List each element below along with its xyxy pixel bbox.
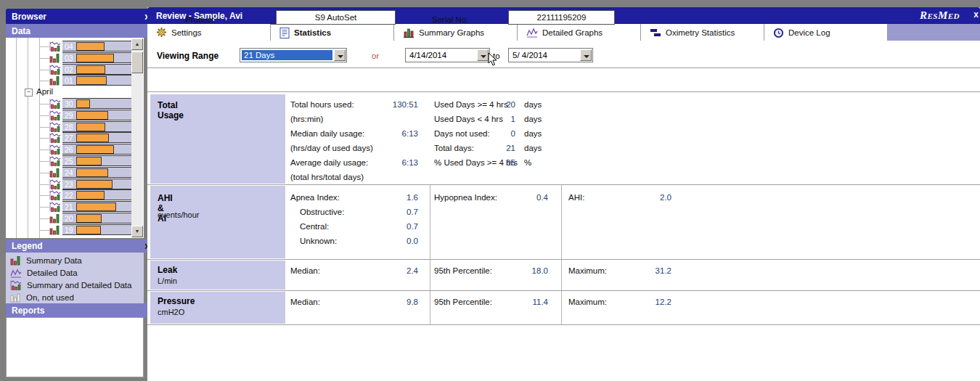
section-unit: events/hour <box>158 210 199 219</box>
tree-node-april[interactable]: −April <box>6 86 144 98</box>
tree-item-day-01[interactable]: 01 <box>6 75 144 86</box>
clock-icon <box>773 27 784 38</box>
section-name: Pressure <box>158 296 195 306</box>
stat-value: 9.8 <box>367 298 418 306</box>
stat-value: 1 <box>465 115 515 123</box>
usage-bar <box>76 226 101 234</box>
tree-item-label: 20 <box>65 214 73 223</box>
stat-value: 12.2 <box>621 298 671 306</box>
tab-detailed-graphs[interactable]: Detailed Graphs <box>518 24 641 41</box>
tree-item-day-03[interactable]: 03 <box>6 52 144 64</box>
tree-item-label: 23 <box>65 180 73 189</box>
legend-item-on-not-used: On, not used <box>10 292 74 303</box>
data-section-header[interactable]: Data <box>6 24 155 38</box>
tree-item-day-02[interactable]: 02 <box>6 64 144 75</box>
tree-item-label: 01 <box>65 76 73 85</box>
left-dock: Browser x Data 04030201−April30292827262… <box>6 9 144 377</box>
serial-field: 22111195209 <box>508 10 615 25</box>
product-label: Product <box>185 15 214 24</box>
tab-label: Detailed Graphs <box>542 28 603 37</box>
tree-connector <box>39 81 49 81</box>
stat-value: 0 <box>465 129 515 138</box>
row-separator <box>147 184 980 185</box>
summary-detailed-icon <box>49 41 62 52</box>
date-to-select[interactable]: 5/ 4/2014 <box>508 48 593 62</box>
stat-value: 0.0 <box>367 237 418 245</box>
tree-collapse-icon[interactable]: − <box>25 89 33 97</box>
bar-chart-icon <box>403 28 415 38</box>
summary-icon <box>49 225 62 235</box>
date-to-value: 5/ 4/2014 <box>510 50 579 60</box>
summary-icon <box>49 168 62 178</box>
summary-icon <box>10 255 21 266</box>
tree-item-label: 25 <box>65 157 73 165</box>
tree-scrollbar[interactable]: ▲▼ <box>131 38 143 237</box>
column-divider <box>561 291 562 324</box>
data-tree[interactable]: 04030201−April302928272625242322212019▲▼ <box>6 38 144 238</box>
tree-connector <box>39 138 49 139</box>
summary-detailed-icon <box>10 280 22 290</box>
tab-summary-graphs[interactable]: Summary Graphs <box>394 24 518 41</box>
screen: Browser x Data 04030201−April30292827262… <box>0 0 980 381</box>
viewing-range-select[interactable]: 21 Days <box>240 48 347 62</box>
tree-item-label: 24 <box>65 168 73 177</box>
reports-section-header[interactable]: Reports <box>6 303 155 317</box>
legend-item-summary-data: Summary Data <box>10 255 82 266</box>
stat-value: 0.7 <box>367 208 418 216</box>
date-from-dropdown-button[interactable] <box>477 49 489 61</box>
date-to-dropdown-button[interactable] <box>580 49 592 61</box>
tree-item-day-25[interactable]: 25 <box>6 155 144 167</box>
tree-item-day-26[interactable]: 26 <box>6 144 144 155</box>
column-divider <box>430 185 430 259</box>
summary-detailed-icon <box>49 190 62 200</box>
scroll-down-button[interactable]: ▼ <box>131 226 143 237</box>
line-chart-icon <box>526 28 538 38</box>
tree-item-day-24[interactable]: 24 <box>6 167 144 179</box>
scroll-thumb[interactable] <box>131 52 143 73</box>
stat-value: 0.7 <box>367 222 418 231</box>
tree-item-day-30[interactable]: 30 <box>6 98 144 110</box>
tree-item-label: 03 <box>65 54 73 62</box>
tab-device-log[interactable]: Device Log <box>764 24 888 41</box>
tree-item-day-19[interactable]: 19 <box>6 224 144 236</box>
tree-connector <box>39 161 49 162</box>
tree-item-label: 22 <box>65 191 73 200</box>
date-from-select[interactable]: 4/14/2014 <box>405 48 490 62</box>
tree-item-day-20[interactable]: 20 <box>6 213 144 224</box>
tree-item-day-27[interactable]: 27 <box>6 132 144 144</box>
browser-panel-titlebar[interactable]: Browser x <box>6 9 155 24</box>
summary-detailed-icon <box>49 202 62 212</box>
stats-doc-icon <box>279 28 290 38</box>
stat-value: 6:13 <box>367 129 418 138</box>
tree-item-label: 29 <box>65 111 73 120</box>
legend-body: Summary DataDetailed DataSummary and Det… <box>6 253 144 303</box>
tree-item-day-04[interactable]: 04 <box>6 41 144 52</box>
tree-item-day-22[interactable]: 22 <box>6 189 144 201</box>
unused-icon <box>10 292 21 303</box>
stat-label: Hypopnea Index: <box>434 193 497 202</box>
stat-label: AHI: <box>568 193 584 202</box>
tree-item-day-28[interactable]: 28 <box>6 121 144 133</box>
summary-icon <box>49 53 62 63</box>
stat-unit: days <box>524 144 542 152</box>
tree-item-label: 21 <box>65 202 73 211</box>
column-divider <box>561 185 562 259</box>
tab-settings[interactable]: Settings <box>147 24 271 41</box>
usage-bar <box>76 202 116 211</box>
tab-oximetry-statistics[interactable]: Oximetry Statistics <box>641 24 764 41</box>
separator-line <box>147 67 980 68</box>
scroll-up-button[interactable]: ▲ <box>131 38 143 50</box>
tree-item-day-23[interactable]: 23 <box>6 179 144 190</box>
stat-label: Central: <box>300 222 329 231</box>
tree-item-day-29[interactable]: 29 <box>6 110 144 121</box>
tree-item-day-21[interactable]: 21 <box>6 201 144 213</box>
serial-value: 22111195209 <box>537 13 587 22</box>
tab-statistics[interactable]: Statistics <box>271 24 394 41</box>
window-close-icon[interactable]: x <box>973 9 979 20</box>
legend-item-label: Detailed Data <box>27 269 78 277</box>
viewing-range-dropdown-button[interactable] <box>334 49 346 61</box>
stat-value: 21 <box>465 144 515 152</box>
legend-panel-header[interactable]: Legend x <box>6 239 155 253</box>
legend-panel-title: Legend <box>12 241 43 251</box>
tabbar-filler <box>888 24 980 41</box>
